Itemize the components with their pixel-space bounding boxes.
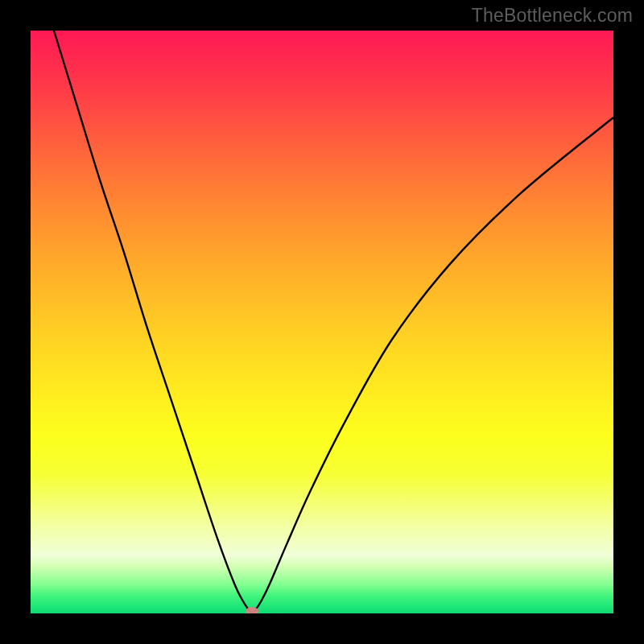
bottleneck-curve	[54, 31, 613, 613]
plot-area	[31, 31, 613, 613]
watermark-text: TheBottleneck.com	[472, 5, 633, 27]
chart-frame: TheBottleneck.com	[0, 0, 644, 644]
curve-layer	[31, 31, 613, 613]
